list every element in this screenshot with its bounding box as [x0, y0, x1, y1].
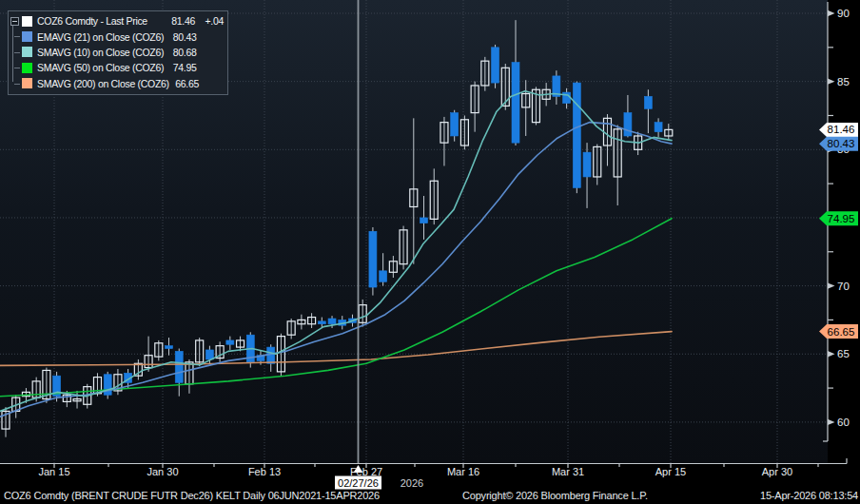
collapse-icon[interactable] — [10, 13, 22, 29]
crosshair-date-tag: 02/27/26 — [335, 476, 381, 490]
tree-branch-icon — [10, 60, 22, 75]
tree-branch-icon — [10, 29, 22, 44]
legend-row[interactable]: SMAVG (10) on Close (COZ6)80.68 — [10, 45, 224, 60]
price-badge: 81.46 — [819, 123, 858, 137]
series-swatch-icon — [22, 16, 32, 27]
x-axis-label: Apr 30 — [762, 466, 792, 477]
price-badge: 80.43 — [819, 137, 858, 151]
series-value: 74.95 — [164, 62, 196, 73]
y-axis-label: 90 — [837, 8, 850, 19]
x-axis-label: Jan 30 — [147, 466, 178, 477]
legend-row[interactable]: SMAVG (50) on Close (COZ6)74.95 — [10, 60, 224, 75]
price-badge-value: 81.46 — [828, 124, 855, 135]
series-change: +.04 — [195, 15, 224, 27]
series-swatch-icon — [22, 31, 32, 42]
candle-body-down — [328, 319, 336, 324]
legend-row[interactable]: COZ6 Comdty - Last Price81.46+.04 — [10, 13, 224, 29]
year-label: 2026 — [401, 477, 423, 489]
series-value: 66.65 — [169, 78, 199, 89]
candle[interactable] — [573, 82, 580, 194]
candle[interactable] — [369, 227, 377, 296]
tree-branch-icon — [10, 45, 22, 60]
candle[interactable] — [104, 372, 111, 399]
series-value: 81.46 — [161, 15, 195, 27]
candle-body-down — [226, 340, 234, 344]
legend-row[interactable]: EMAVG (21) on Close (COZ6)80.43 — [10, 29, 224, 44]
candle[interactable] — [492, 45, 499, 88]
copyright-text: Copyright© 2026 Bloomberg Finance L.P. — [462, 490, 648, 501]
candle-body-down — [655, 123, 662, 132]
y-tick-arrow-icon — [828, 10, 835, 16]
legend-panel[interactable]: COZ6 Comdty - Last Price81.46+.04EMAVG (… — [8, 10, 228, 95]
series-swatch-icon — [22, 47, 32, 57]
tree-branch-icon — [10, 76, 22, 91]
legend-row[interactable]: SMAVG (200) on Close (COZ6)66.65 — [10, 76, 224, 91]
candle-body-down — [267, 347, 275, 363]
y-axis-label: 85 — [837, 76, 850, 87]
price-badge-value: 80.43 — [828, 138, 855, 149]
price-badge-value: 66.65 — [828, 326, 855, 338]
series-label: EMAVG (21) on Close (COZ6) — [37, 31, 164, 43]
x-axis-label: Mar 16 — [447, 466, 479, 477]
series-label: COZ6 Comdty - Last Price — [37, 15, 161, 27]
candle-body-down — [573, 83, 580, 187]
y-tick-arrow-icon — [828, 282, 835, 288]
candle-body-down — [451, 113, 459, 136]
crosshair-date-value: 02/27/26 — [338, 477, 379, 489]
y-axis-label: 65 — [837, 348, 850, 359]
y-axis-label: 60 — [837, 417, 850, 428]
candle-body-down — [420, 218, 428, 223]
price-badge: 74.95 — [819, 211, 858, 225]
series-swatch-icon — [22, 63, 32, 73]
y-tick-arrow-icon — [828, 351, 835, 357]
series-label: SMAVG (10) on Close (COZ6) — [37, 47, 164, 58]
candle-body-down — [166, 346, 173, 349]
candle-body-down — [583, 152, 591, 177]
timestamp-text: 15-Apr-2026 08:13:54 — [760, 490, 858, 501]
candle-body-down — [380, 271, 387, 281]
bloomberg-chart-window: 9085807570656081.4680.4374.9566.65Jan 15… — [0, 0, 860, 504]
candle-body-down — [624, 113, 632, 136]
series-label: SMAVG (200) on Close (COZ6) — [37, 78, 169, 89]
x-axis-label: Feb 13 — [248, 466, 281, 477]
y-tick-arrow-icon — [828, 419, 835, 425]
candle-body-down — [644, 96, 652, 108]
candle-body-down — [318, 321, 325, 324]
y-tick-arrow-icon — [828, 78, 835, 84]
candle-body-down — [369, 231, 377, 287]
candle-body-down — [492, 48, 499, 83]
x-axis-label: Jan 15 — [38, 466, 69, 477]
x-axis-label: Apr 15 — [655, 466, 686, 477]
price-badge: 66.65 — [819, 324, 858, 339]
candle-body-down — [205, 350, 213, 359]
series-value: 80.43 — [164, 31, 196, 43]
price-badge-value: 74.95 — [828, 213, 855, 224]
series-label: SMAVG (50) on Close (COZ6) — [37, 62, 164, 73]
candle-body-down — [175, 351, 183, 382]
series-value: 80.68 — [164, 47, 196, 58]
series-swatch-icon — [22, 78, 32, 88]
chart-title: COZ6 Comdty (BRENT CRUDE FUTR Dec26) KEL… — [4, 490, 380, 501]
candle-body-down — [512, 63, 519, 144]
y-axis-label: 70 — [837, 281, 850, 292]
x-axis-label: Mar 31 — [552, 466, 584, 477]
